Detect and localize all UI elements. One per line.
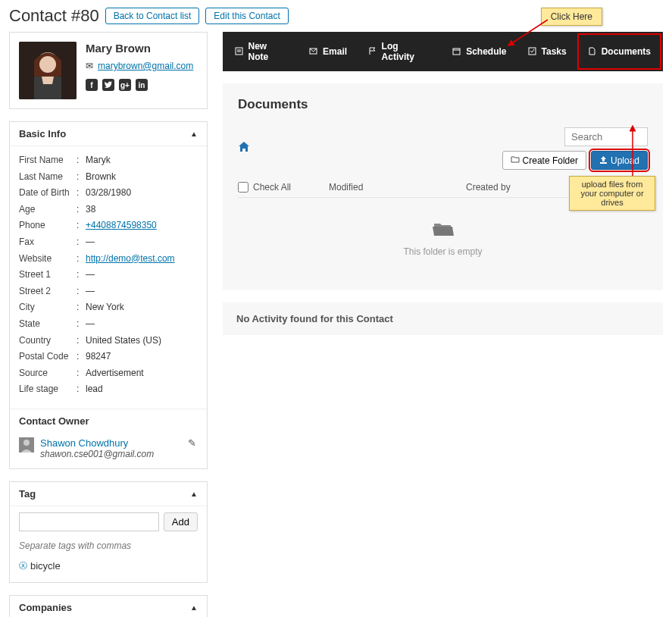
edit-contact-button[interactable]: Edit this Contact xyxy=(205,8,288,24)
basic-info-title: Basic Info xyxy=(19,128,66,139)
col-modified: Modified xyxy=(329,182,466,193)
info-link[interactable]: http://demo@test.com xyxy=(86,253,175,264)
svg-rect-14 xyxy=(453,49,460,55)
empty-folder-icon xyxy=(238,221,648,242)
info-row: Website:http://demo@test.com xyxy=(19,251,198,268)
doc-icon xyxy=(588,47,597,56)
nav-email[interactable]: Email xyxy=(298,33,358,70)
info-label: Life stage xyxy=(19,381,77,398)
info-label: Postal Code xyxy=(19,349,77,365)
info-label: Phone xyxy=(19,218,77,234)
info-value: — xyxy=(86,269,95,280)
facebook-icon[interactable]: f xyxy=(86,79,98,91)
info-row: Fax:— xyxy=(19,234,198,251)
calendar-icon xyxy=(452,47,461,56)
no-activity-message: No Activity found for this Contact xyxy=(223,302,663,335)
tag-item: ⓧbicycle xyxy=(19,560,198,572)
info-value: lead xyxy=(86,384,103,394)
profile-card: Mary Brown ✉ marybrown@gmail.com f g+ in xyxy=(9,32,208,109)
svg-point-5 xyxy=(23,440,30,446)
info-value: 03/28/1980 xyxy=(86,187,131,198)
owner-name-link[interactable]: Shawon Chowdhury xyxy=(40,437,182,449)
info-label: Source xyxy=(19,365,77,382)
tag-input[interactable] xyxy=(19,512,159,531)
companies-title: Companies xyxy=(19,602,72,613)
owner-email: shawon.cse001@gmail.com xyxy=(40,449,182,459)
add-tag-button[interactable]: Add xyxy=(164,512,198,531)
info-label: Fax xyxy=(19,234,77,251)
nav-tasks[interactable]: Tasks xyxy=(517,33,577,70)
empty-text: This folder is empty xyxy=(238,246,648,257)
edit-owner-icon[interactable]: ✎ xyxy=(188,437,196,449)
contact-owner-title: Contact Owner xyxy=(19,415,89,427)
nav-log-activity[interactable]: Log Activity xyxy=(358,33,442,70)
linkedin-icon[interactable]: in xyxy=(136,79,148,91)
mail-icon xyxy=(309,47,318,56)
nav-new-note[interactable]: New Note xyxy=(224,33,298,70)
upload-icon xyxy=(599,155,608,166)
collapse-icon[interactable]: ▲ xyxy=(190,490,198,498)
documents-heading: Documents xyxy=(238,97,648,112)
info-value: — xyxy=(86,318,95,329)
info-row: State:— xyxy=(19,316,198,333)
info-label: Age xyxy=(19,202,77,218)
check-all-checkbox[interactable] xyxy=(238,182,248,193)
info-value: United States (US) xyxy=(86,335,161,346)
info-value: — xyxy=(86,286,95,296)
info-link[interactable]: +4408874598350 xyxy=(86,220,157,230)
info-row: Postal Code:98247 xyxy=(19,349,198,365)
check-all-label: Check All xyxy=(253,182,291,193)
note-icon xyxy=(235,47,244,56)
info-row: Phone:+4408874598350 xyxy=(19,218,198,234)
check-icon xyxy=(528,47,537,56)
info-value: 98247 xyxy=(86,351,111,362)
contact-name: Mary Brown xyxy=(86,42,198,55)
twitter-icon[interactable] xyxy=(102,79,114,91)
info-label: Date of Birth xyxy=(19,185,77,202)
info-row: Street 2:— xyxy=(19,283,198,300)
tag-panel: Tag ▲ Add Separate tags with commas ⓧbic… xyxy=(9,481,208,583)
activity-nav: New NoteEmailLog ActivityScheduleTasksDo… xyxy=(223,32,663,71)
svg-point-2 xyxy=(39,56,56,73)
info-value: Advertisement xyxy=(86,368,144,378)
collapse-icon[interactable]: ▲ xyxy=(190,603,198,612)
remove-tag-icon[interactable]: ⓧ xyxy=(19,560,27,572)
info-label: State xyxy=(19,316,77,333)
nav-documents[interactable]: Documents xyxy=(577,33,661,70)
info-row: Age:38 xyxy=(19,202,198,218)
folder-icon xyxy=(511,155,520,166)
info-value: New York xyxy=(86,302,124,312)
info-label: Street 1 xyxy=(19,267,77,283)
tag-help-text: Separate tags with commas xyxy=(19,540,198,551)
nav-schedule[interactable]: Schedule xyxy=(442,33,517,70)
annotation-upload-hint: upload files from your computer or drive… xyxy=(569,176,655,211)
flag-icon xyxy=(368,47,377,56)
home-icon[interactable] xyxy=(238,141,250,156)
back-to-list-button[interactable]: Back to Contact list xyxy=(105,8,200,24)
info-label: City xyxy=(19,299,77,316)
collapse-icon[interactable]: ▲ xyxy=(190,130,198,138)
info-value: — xyxy=(86,236,95,247)
googleplus-icon[interactable]: g+ xyxy=(119,79,131,91)
mail-icon: ✉ xyxy=(86,61,93,71)
info-row: Street 1:— xyxy=(19,267,198,283)
info-label: Street 2 xyxy=(19,283,77,300)
info-value: Brownk xyxy=(86,171,116,182)
info-row: City:New York xyxy=(19,299,198,316)
basic-info-panel: Basic Info ▲ First Name:MarykLast Name:B… xyxy=(9,121,208,469)
info-row: Life stage:lead xyxy=(19,381,198,398)
contact-email-link[interactable]: marybrown@gmail.com xyxy=(98,61,193,71)
info-label: Website xyxy=(19,251,77,268)
upload-button[interactable]: Upload xyxy=(591,151,648,170)
info-label: Country xyxy=(19,333,77,349)
info-value: Maryk xyxy=(86,155,111,165)
companies-panel: Companies ▲ Nader PLC🗑▲Zulauf-Wolf🗑▲Schn… xyxy=(9,595,208,617)
search-input[interactable] xyxy=(564,127,648,146)
info-row: Last Name:Brownk xyxy=(19,169,198,186)
owner-avatar xyxy=(19,437,34,453)
info-value: 38 xyxy=(86,204,95,215)
info-label: Last Name xyxy=(19,169,77,186)
create-folder-button[interactable]: Create Folder xyxy=(502,151,586,170)
info-row: First Name:Maryk xyxy=(19,152,198,169)
avatar xyxy=(19,42,77,99)
